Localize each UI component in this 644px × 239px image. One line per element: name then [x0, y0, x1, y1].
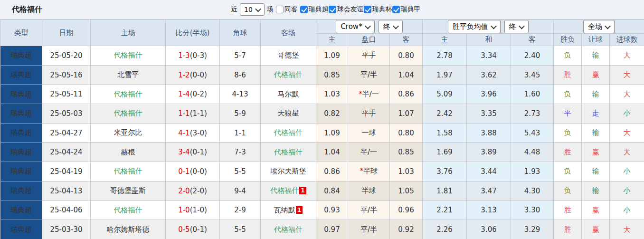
- handicap-result-cell: 输: [582, 46, 610, 66]
- avg-away-cell: 4.30: [511, 181, 554, 201]
- team-name: 北雪平: [117, 70, 139, 79]
- odds-home-cell: 0.82: [316, 104, 348, 124]
- corners-cell: 8-6: [220, 65, 261, 85]
- team-name: 哈尔姆斯塔德: [107, 225, 150, 234]
- league-cell: 瑞典超: [0, 143, 42, 162]
- avg-home-cell: 1.69: [423, 143, 467, 162]
- team-name: 赫根: [121, 148, 135, 156]
- half-time-score: (0-0): [190, 71, 207, 79]
- league-cell: 瑞典超: [0, 220, 42, 239]
- handicap-result-cell: 赢: [582, 220, 610, 239]
- scope-select[interactable]: 全场: [583, 20, 615, 33]
- avg-home-cell: 3.76: [423, 162, 467, 182]
- team-name: 代格福什: [114, 167, 142, 175]
- avg-draw-cell: 3.13: [467, 201, 511, 220]
- handicap-result-cell: 赢: [582, 201, 610, 220]
- away-team-cell: 代格福什: [261, 65, 316, 85]
- same-opponent-filter: 同客: [276, 5, 298, 14]
- same-opponent-label: 同客: [284, 5, 298, 14]
- col-header-date: 日期: [42, 20, 91, 46]
- team-name: 代格福什: [270, 186, 299, 195]
- odds-home-cell: 0.86: [316, 162, 348, 182]
- team-name: 埃尔夫斯堡: [271, 167, 306, 175]
- home-team-cell: 代格福什: [91, 201, 166, 220]
- sub-header-goals: 进球数: [610, 34, 644, 46]
- team-name: 代格福什: [274, 128, 303, 137]
- odds-home-cell: 0.93: [316, 201, 348, 220]
- avg-away-cell: 4.48: [511, 143, 554, 162]
- team-name: 代格福什: [274, 70, 303, 79]
- goals-result-cell: 大: [610, 123, 644, 143]
- away-team-cell: 代格福什: [261, 123, 316, 143]
- team-name: 马尔默: [278, 90, 299, 98]
- league-name: 瑞典超: [10, 225, 32, 234]
- odds-time-select[interactable]: 终: [379, 20, 403, 33]
- date-cell: 25-04-27: [42, 123, 91, 143]
- handicap-cell: 半/一: [348, 143, 390, 162]
- goals-result-cell: 小: [610, 201, 644, 220]
- avg-draw-cell: 3.34: [467, 46, 511, 66]
- score-cell: 1-1(1-1): [166, 104, 220, 124]
- home-team-cell: 代格福什: [91, 162, 166, 182]
- team-title: 代格福什: [12, 5, 42, 15]
- col-header-home: 主场: [91, 20, 166, 46]
- handicap-result-cell: 输: [582, 85, 610, 104]
- table-row: 瑞典超25-04-13哥德堡盖斯2-0(2-0)9-4代格福什10.84半球1.…: [0, 181, 644, 201]
- avg-type-select[interactable]: 胜平负均值: [448, 20, 501, 33]
- full-time-score: 1-2: [178, 71, 190, 79]
- table-row: 瑞典超25-04-27米亚尔比4-1(3-0)1-1代格福什1.09一球0.80…: [0, 123, 644, 143]
- away-team-cell: 天狼星: [261, 104, 316, 124]
- handicap-text: 平/半: [360, 225, 377, 234]
- filter-controls: 近 10 场 同客 瑞典超球会友谊瑞典杯瑞典甲: [231, 3, 421, 16]
- handicap-cell: 半球: [348, 181, 390, 201]
- goals-result-cell: 大: [610, 220, 644, 239]
- handicap-text: 平/半: [360, 206, 377, 214]
- league-name: 瑞典超: [10, 109, 32, 117]
- avg-away-cell: 2.40: [511, 46, 554, 66]
- match-table: 类型 日期 主场 比分(半场) 角球 客场 Crow* 终: [0, 19, 644, 239]
- avg-draw-cell: 3.35: [467, 104, 511, 124]
- corners-cell: 4-13: [220, 85, 261, 104]
- league-filter-label: 球会友谊: [337, 5, 364, 14]
- odds-away-cell: 1.07: [390, 104, 423, 124]
- odds-home-cell: 1.09: [316, 123, 348, 143]
- league-cell: 瑞典超: [0, 104, 42, 124]
- full-time-score: 1-3: [178, 51, 190, 60]
- date-cell: 25-04-13: [42, 181, 91, 201]
- avg-home-cell: 2.78: [423, 46, 467, 66]
- chevron-down-icon: [255, 6, 261, 12]
- home-team-cell: 米亚尔比: [91, 123, 166, 143]
- recent-label: 近: [231, 5, 237, 14]
- half-time-score: (0-0): [190, 167, 207, 176]
- league-filter-checkbox[interactable]: [364, 6, 371, 13]
- odds-home-cell: 1.03: [316, 85, 348, 104]
- chevron-down-icon: [393, 23, 399, 29]
- corners-cell: 7-3: [220, 143, 261, 162]
- avg-time-select[interactable]: 终: [504, 20, 529, 33]
- avg-home-cell: 1.97: [423, 65, 467, 85]
- league-name: 瑞典超: [10, 206, 32, 214]
- league-name: 瑞典超: [10, 51, 32, 59]
- league-filter: 瑞典超: [300, 5, 329, 14]
- sub-header-odds-away: 客: [390, 34, 423, 46]
- recent-count-select[interactable]: 10: [240, 3, 265, 16]
- date-cell: 25-04-24: [42, 143, 91, 162]
- league-name: 瑞典超: [10, 186, 32, 195]
- date-cell: 25-05-03: [42, 104, 91, 124]
- league-filter-checkbox[interactable]: [329, 6, 336, 13]
- league-filter-checkbox[interactable]: [392, 6, 400, 13]
- chevron-down-icon: [519, 23, 525, 29]
- handicap-text: 平手: [362, 51, 376, 59]
- same-opponent-checkbox[interactable]: [276, 6, 284, 13]
- table-row: 瑞典超25-05-11代格福什1-4(0-2)4-13马尔默1.03*半/一0.…: [0, 85, 644, 104]
- league-filter-checkbox[interactable]: [300, 6, 308, 13]
- table-row: 瑞典超25-04-24赫根3-4(0-1)7-3代格福什1.04半/一0.851…: [0, 143, 644, 162]
- score-cell: 0-1(0-0): [166, 162, 220, 182]
- bookmaker-select[interactable]: Crow*: [336, 20, 374, 33]
- league-filter-label: 瑞典甲: [401, 5, 421, 14]
- avg-home-cell: 2.42: [423, 104, 467, 124]
- match-table-body: 瑞典超25-05-20代格福什1-3(0-3)5-7哥德堡1.09平手0.802…: [0, 46, 644, 239]
- league-cell: 瑞典超: [0, 65, 42, 85]
- league-name: 瑞典超: [10, 167, 32, 175]
- handicap-text: 平手: [362, 109, 376, 117]
